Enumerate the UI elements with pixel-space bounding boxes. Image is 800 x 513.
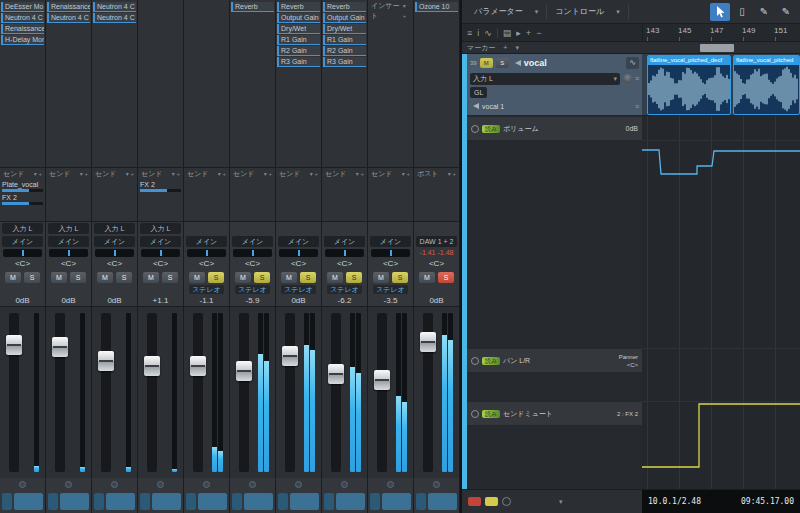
channel-label[interactable] — [46, 490, 91, 513]
transport-time[interactable]: 09:45.17.00 — [741, 497, 794, 506]
insert-slot[interactable]: Neutron 4 C — [47, 13, 90, 23]
mute-button[interactable]: M — [235, 272, 251, 283]
track-mute-button[interactable]: M — [480, 58, 493, 68]
insert-slot[interactable]: H-Delay Mon — [1, 35, 44, 45]
marker-lane[interactable]: マーカー + ▾ — [462, 42, 800, 54]
record-automation-button[interactable] — [468, 497, 481, 506]
output-select[interactable]: メイン — [278, 236, 319, 247]
snapshot-button[interactable] — [485, 497, 498, 506]
channel-label[interactable] — [322, 490, 367, 513]
automation-state-dot[interactable] — [433, 481, 440, 488]
sendmute-automation-line[interactable] — [642, 404, 800, 467]
pencil-tool-button[interactable]: ✎ — [754, 3, 774, 21]
channel-label[interactable] — [276, 490, 321, 513]
output-select[interactable]: メイン — [140, 236, 181, 247]
automation-state-dot[interactable] — [65, 481, 72, 488]
insert-slot[interactable]: Ozone 10 — [415, 2, 458, 12]
track-header-vocal[interactable]: 39 M S vocal ∿ 入力 L ▾ ≡ GL — [467, 54, 642, 116]
power-icon[interactable] — [471, 357, 479, 365]
pan-slider[interactable] — [141, 249, 180, 257]
channel-label[interactable] — [138, 490, 183, 513]
menu-icon[interactable]: ≡ — [467, 28, 472, 38]
stereo-mode-label[interactable]: ステレオ — [327, 285, 362, 294]
solo-button[interactable]: S — [254, 272, 270, 283]
stereo-mode-label[interactable]: ステレオ — [281, 285, 316, 294]
fader-handle[interactable] — [52, 337, 68, 357]
channel-label[interactable] — [368, 490, 413, 513]
fader-track[interactable] — [377, 313, 387, 472]
fader-handle[interactable] — [144, 356, 160, 376]
automation-state-dot[interactable] — [341, 481, 348, 488]
send-level-slider[interactable] — [2, 189, 43, 192]
layer-menu-icon[interactable]: ≡ — [635, 103, 639, 110]
waveform-icon[interactable]: ∿ — [626, 57, 639, 69]
channel-label[interactable] — [184, 490, 229, 513]
pan-slider[interactable] — [3, 249, 42, 257]
pan-slider[interactable] — [279, 249, 318, 257]
send-level-slider[interactable] — [2, 202, 43, 205]
insert-slot[interactable]: Dry/Wet — [323, 24, 366, 34]
automation-state-dot[interactable] — [295, 481, 302, 488]
insert-slot[interactable]: R3 Gain — [323, 57, 366, 67]
parameter-dropdown[interactable]: パラメーター ▾ — [466, 4, 547, 20]
output-select[interactable]: メイン — [94, 236, 135, 247]
mute-button[interactable]: M — [419, 272, 435, 283]
mute-button[interactable]: M — [189, 272, 205, 283]
stereo-mode-label[interactable]: ステレオ — [235, 285, 270, 294]
channel-name-box[interactable] — [336, 493, 365, 510]
automation-lane-volume[interactable]: 読み ボリューム 0dB — [467, 117, 642, 141]
automation-state-dot[interactable] — [249, 481, 256, 488]
range-tool-button[interactable]: ▯ — [732, 3, 752, 21]
output-select[interactable]: DAW 1 + 2 — [416, 236, 457, 247]
insert-slot[interactable]: R2 Gain — [323, 46, 366, 56]
fader-track[interactable] — [239, 313, 249, 472]
grid-icon[interactable]: ▤ — [503, 28, 512, 38]
timeline-ruler[interactable]: 143 145 147 149 151 — [642, 24, 800, 41]
solo-button[interactable]: S — [346, 272, 362, 283]
gain-knob[interactable] — [623, 74, 632, 83]
sends-header[interactable]: センド▾ + — [231, 169, 274, 179]
channel-name-box[interactable] — [152, 493, 181, 510]
output-select[interactable]: メイン — [48, 236, 89, 247]
stereo-mode-label[interactable]: ステレオ — [373, 285, 408, 294]
sends-header[interactable]: センド▾ + — [369, 169, 412, 179]
solo-button[interactable]: S — [208, 272, 224, 283]
insert-slot[interactable]: Renaissance — [47, 2, 90, 12]
track-solo-button[interactable]: S — [496, 58, 509, 68]
sends-header[interactable]: センド▾ + — [47, 169, 90, 179]
mute-button[interactable]: M — [51, 272, 67, 283]
insert-slot[interactable]: Reverb — [231, 2, 274, 12]
send-slot[interactable]: FX 2 — [140, 181, 181, 192]
add-marker-icon[interactable]: + — [503, 44, 507, 51]
transport-position[interactable]: 10.0.1/2.48 — [648, 497, 701, 506]
gain-link-chip[interactable]: GL — [470, 87, 487, 98]
automation-mode-chip[interactable]: 読み — [482, 125, 500, 133]
channel-name-box[interactable] — [382, 493, 411, 510]
channel-label[interactable] — [230, 490, 275, 513]
automation-curve-icon[interactable]: ∿ — [484, 28, 492, 38]
fader-track[interactable] — [423, 313, 433, 472]
input-select[interactable]: 入力 L — [94, 223, 135, 234]
line-mode-icon[interactable]: − — [536, 28, 541, 38]
options-icon[interactable]: ≡ — [635, 75, 639, 82]
fader-handle[interactable] — [328, 364, 344, 384]
pan-slider[interactable] — [95, 249, 134, 257]
mute-button[interactable]: M — [5, 272, 21, 283]
pan-slider[interactable] — [233, 249, 272, 257]
fader-track[interactable] — [147, 313, 157, 472]
volume-automation-line[interactable] — [642, 150, 800, 174]
fader-handle[interactable] — [190, 356, 206, 376]
insert-slot[interactable]: Dry/Wet — [277, 24, 320, 34]
fader-handle[interactable] — [374, 370, 390, 390]
fader-handle[interactable] — [236, 361, 252, 381]
fader-track[interactable] — [331, 313, 341, 472]
input-select[interactable]: 入力 L — [140, 223, 181, 234]
send-slot[interactable]: Plate_vocal — [2, 181, 43, 192]
input-select[interactable]: 入力 L — [48, 223, 89, 234]
marker-tag[interactable] — [700, 44, 734, 52]
solo-button[interactable]: S — [438, 272, 454, 283]
insert-slot[interactable]: Neutron 4 C — [93, 2, 136, 12]
solo-button[interactable]: S — [300, 272, 316, 283]
audio-clip[interactable]: flatline_vocal_pitched — [733, 55, 800, 115]
insert-slot[interactable]: R2 Gain — [277, 46, 320, 56]
